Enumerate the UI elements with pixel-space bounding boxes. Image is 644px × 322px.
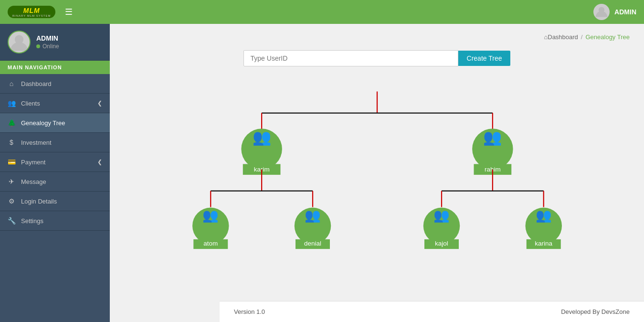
status-label: Online — [42, 43, 59, 50]
sidebar-item-label: Clients — [21, 100, 40, 107]
sidebar-avatar — [8, 31, 31, 54]
sidebar-item-label: Dashboard — [21, 80, 52, 87]
sidebar-item-label: Message — [21, 178, 46, 185]
tree-svg: 👥 karim 👥 rahim 👥 — [162, 81, 592, 264]
footer-version: Version 1.0 — [234, 308, 265, 315]
sidebar-user-info: ADMIN Online — [36, 34, 59, 50]
tree-wrapper: 👥 karim 👥 rahim 👥 — [162, 81, 592, 266]
breadcrumb-home-link[interactable]: Dashboard — [548, 33, 578, 41]
sidebar-username: ADMIN — [36, 34, 59, 42]
status-dot — [36, 44, 40, 48]
navbar: MLM BINARY MLM SYSTEM ☰ ADMIN — [0, 0, 644, 24]
logo-sub-text: BINARY MLM SYSTEM — [12, 14, 51, 17]
tree-container: 👥 karim 👥 rahim 👥 — [124, 76, 630, 266]
footer: Version 1.0 Developed By DevsZone — [220, 301, 644, 322]
svg-text:👥: 👥 — [483, 128, 502, 146]
main-content: ⌂ Dashboard / Genealogy Tree Create Tree — [110, 24, 644, 322]
breadcrumb: ⌂ Dashboard / Genealogy Tree — [124, 33, 630, 41]
breadcrumb-separator: / — [581, 33, 583, 41]
sidebar-item-login-details[interactable]: ⚙ Login Details — [0, 192, 110, 211]
sidebar-status: Online — [36, 43, 59, 50]
logo-box: MLM BINARY MLM SYSTEM — [8, 6, 55, 18]
home-icon: ⌂ — [8, 80, 15, 87]
dollar-icon: $ — [8, 139, 15, 146]
logo-mlm-text: MLM — [23, 7, 40, 14]
search-bar: Create Tree — [124, 50, 630, 66]
settings-icon: 🔧 — [8, 217, 15, 225]
sidebar-item-label: Genealogy Tree — [21, 119, 65, 127]
svg-text:👥: 👥 — [202, 207, 219, 223]
sidebar-item-settings[interactable]: 🔧 Settings — [0, 211, 110, 231]
sidebar-user-section: ADMIN Online — [0, 24, 110, 61]
node-atom-label: atom — [203, 240, 218, 247]
sidebar-item-label: Payment — [21, 159, 45, 166]
svg-text:👥: 👥 — [535, 207, 551, 223]
svg-text:👥: 👥 — [433, 207, 450, 223]
node-karina-label: karina — [535, 240, 552, 247]
svg-text:👥: 👥 — [252, 128, 271, 146]
sidebar-item-payment[interactable]: 💳 Payment ❮ — [0, 152, 110, 172]
navbar-admin-label: ADMIN — [614, 8, 636, 16]
search-input[interactable] — [243, 50, 458, 66]
sidebar-item-investment[interactable]: $ Investment — [0, 133, 110, 152]
sidebar-item-label: Investment — [21, 139, 52, 146]
sidebar-section-title: MAIN NAVIGATION — [0, 61, 110, 74]
sidebar-item-label: Settings — [21, 217, 43, 225]
avatar — [593, 4, 610, 20]
chevron-icon: ❮ — [97, 159, 102, 165]
sidebar-item-label: Login Details — [21, 198, 57, 205]
message-icon: ✈ — [8, 178, 15, 185]
footer-developer: Developed By DevsZone — [561, 308, 630, 315]
sidebar-item-message[interactable]: ✈ Message — [0, 172, 110, 192]
node-kajol-label: kajol — [435, 240, 448, 247]
node-denial-label: denial — [304, 240, 321, 247]
sidebar: ADMIN Online MAIN NAVIGATION ⌂ Dashboard… — [0, 24, 110, 322]
content-area: ⌂ Dashboard / Genealogy Tree Create Tree — [110, 24, 644, 301]
clients-icon: 👥 — [8, 99, 15, 107]
home-icon: ⌂ — [544, 33, 548, 41]
sidebar-item-genealogy-tree[interactable]: 🌲 Genealogy Tree — [0, 113, 110, 133]
svg-text:👥: 👥 — [305, 207, 321, 223]
login-icon: ⚙ — [8, 197, 15, 205]
hamburger-button[interactable]: ☰ — [65, 7, 73, 17]
navbar-right: ADMIN — [593, 4, 636, 20]
tree-icon: 🌲 — [8, 119, 15, 127]
sidebar-item-dashboard[interactable]: ⌂ Dashboard — [0, 74, 110, 94]
brand-area: MLM BINARY MLM SYSTEM ☰ — [8, 6, 73, 18]
sidebar-item-clients[interactable]: 👥 Clients ❮ — [0, 94, 110, 113]
breadcrumb-home-label: Dashboard — [548, 33, 578, 41]
create-tree-button[interactable]: Create Tree — [458, 51, 511, 66]
chevron-icon: ❮ — [97, 100, 102, 107]
breadcrumb-current: Genealogy Tree — [585, 33, 630, 41]
payment-icon: 💳 — [8, 158, 15, 166]
